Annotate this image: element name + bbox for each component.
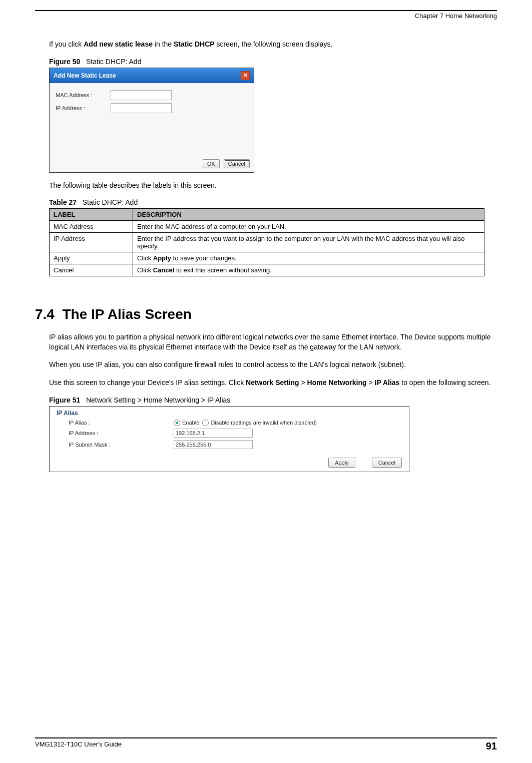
cell-label: MAC Address [50, 221, 133, 233]
dialog-title-text: Add New Static Lease [54, 72, 116, 79]
cell-desc: Enter the IP address that you want to as… [133, 233, 484, 252]
table-title: Static DHCP: Add [83, 198, 138, 206]
table-27-caption: Table 27 Static DHCP: Add [49, 198, 497, 206]
body-paragraph: IP alias allows you to partition a physi… [49, 332, 497, 352]
ip-address-input[interactable] [111, 103, 172, 113]
intro-paragraph: If you click Add new static lease in the… [49, 40, 497, 50]
cell-label: Cancel [50, 264, 133, 276]
enable-radio[interactable] [174, 420, 180, 426]
cell-label: Apply [50, 252, 133, 264]
section-number: 7.4 [35, 306, 55, 322]
mac-address-input[interactable] [111, 90, 172, 100]
ok-button[interactable]: OK [203, 159, 220, 168]
cell-label: IP Address [50, 233, 133, 252]
cell-desc: Click Cancel to exit this screen without… [133, 264, 484, 276]
cell-desc: Enter the MAC address of a computer on y… [133, 221, 484, 233]
figure-label: Figure 51 [49, 396, 80, 404]
apply-button[interactable]: Apply [328, 458, 355, 468]
table-intro-text: The following table describes the labels… [49, 181, 497, 191]
table-row: Apply Click Apply to save your changes. [50, 252, 484, 264]
table-header-desc: DESCRIPTION [133, 209, 484, 221]
enable-label: Enable [182, 420, 199, 426]
body-paragraph: When you use IP alias, you can also conf… [49, 360, 497, 370]
ip-alias-label: IP Alias : [69, 420, 174, 426]
page-number: 91 [486, 740, 497, 752]
figure-51-caption: Figure 51 Network Setting > Home Network… [49, 396, 497, 404]
mac-address-label: MAC Address : [56, 92, 111, 98]
text-bold: Add new static lease [84, 40, 153, 48]
figure-label: Figure 50 [49, 58, 80, 66]
ip-address-label: IP Address : [69, 430, 174, 436]
ip-address-input[interactable]: 192.168.2.1 [174, 429, 253, 438]
table-label: Table 27 [49, 198, 77, 206]
cancel-button[interactable]: Cancel [372, 458, 402, 468]
figure-51-screenshot: IP Alias IP Alias : Enable Disable (sett… [49, 406, 409, 473]
cancel-button[interactable]: Cancel [224, 159, 250, 168]
text: in the [153, 40, 174, 48]
footer-guide-name: VMG1312-T10C User's Guide [35, 740, 122, 752]
subnet-mask-label: IP Subnet Mask : [69, 442, 174, 448]
chapter-header: Chapter 7 Home Networking [35, 12, 497, 20]
text-bold: Static DHCP [174, 40, 215, 48]
body-paragraph: Use this screen to change your Device's … [49, 378, 497, 388]
section-title: The IP Alias Screen [63, 306, 192, 322]
close-icon[interactable]: ✕ [241, 71, 250, 80]
dialog-title-bar: Add New Static Lease ✕ [50, 68, 254, 83]
disable-label: Disable (settings are invalid when disab… [211, 420, 317, 426]
text: If you click [49, 40, 84, 48]
ip-address-label: IP Address : [56, 105, 111, 111]
text: screen, the following screen displays. [215, 40, 333, 48]
figure-50-screenshot: Add New Static Lease ✕ MAC Address : IP … [49, 68, 254, 173]
section-heading: 7.4 The IP Alias Screen [35, 306, 497, 322]
figure-50-caption: Figure 50 Static DHCP: Add [49, 58, 497, 66]
cell-desc: Click Apply to save your changes. [133, 252, 484, 264]
table-header-label: LABEL [50, 209, 133, 221]
subnet-mask-input[interactable]: 255.255.255.0 [174, 440, 253, 449]
table-row: Cancel Click Cancel to exit this screen … [50, 264, 484, 276]
panel-heading: IP Alias [50, 407, 409, 419]
table-header-row: LABEL DESCRIPTION [50, 209, 484, 221]
figure-title: Network Setting > Home Networking > IP A… [86, 396, 230, 404]
table-row: MAC Address Enter the MAC address of a c… [50, 221, 484, 233]
disable-radio[interactable] [202, 420, 209, 426]
figure-title: Static DHCP: Add [86, 58, 142, 66]
table-27: LABEL DESCRIPTION MAC Address Enter the … [49, 208, 484, 276]
table-row: IP Address Enter the IP address that you… [50, 233, 484, 252]
